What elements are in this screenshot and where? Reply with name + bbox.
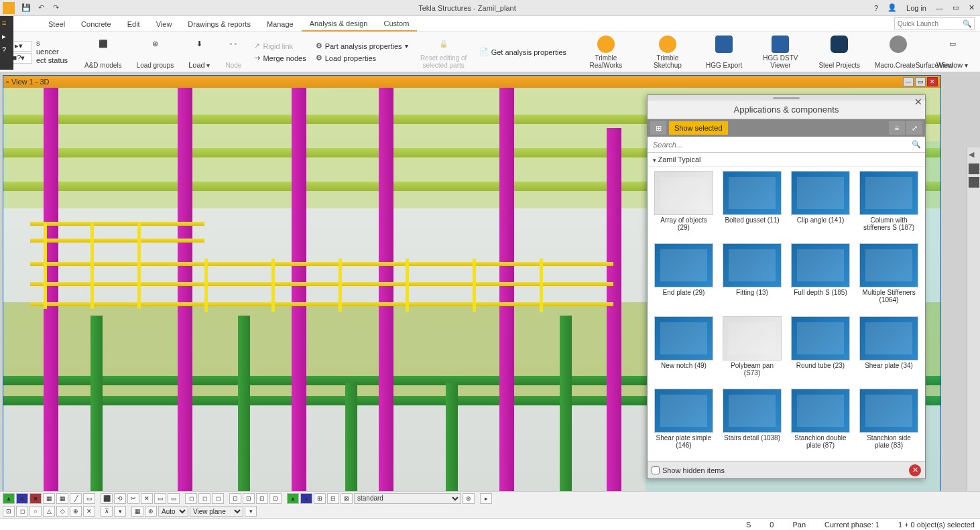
search-icon[interactable]: 🔍 <box>963 19 972 28</box>
component-item[interactable]: Fitting (13) <box>720 243 784 312</box>
tool-icon[interactable]: ◻ <box>185 493 197 504</box>
tool-icon[interactable]: ◻ <box>198 493 210 504</box>
snap-auto-select[interactable]: Auto <box>158 506 188 517</box>
view-title-bar[interactable]: ▫ View 1 - 3D — ▭ ✕ <box>3 76 940 88</box>
part-analysis-button[interactable]: ⚙Part analysis properties ▾ <box>316 41 408 52</box>
menu-icon[interactable]: ≡ <box>2 19 11 28</box>
snap-icon[interactable]: ▾ <box>114 506 126 517</box>
tool-icon[interactable]: ◻ <box>212 493 224 504</box>
snap-icon[interactable]: ⊛ <box>145 506 157 517</box>
group-header[interactable]: Zamil Typical <box>648 153 925 167</box>
tool-icon[interactable]: ▲ <box>300 493 312 504</box>
component-item[interactable]: Multiple Stiffeners (1064) <box>857 243 921 312</box>
component-item[interactable]: Bolted gusset (11) <box>720 171 784 239</box>
show-hidden-checkbox[interactable] <box>652 466 660 474</box>
collapse-icon[interactable]: ⤢ <box>906 121 922 135</box>
snap-icon[interactable]: ⊡ <box>3 506 15 517</box>
hgg-export-button[interactable]: HGG Export <box>699 34 749 70</box>
component-item[interactable]: End plate (29) <box>652 243 716 312</box>
snap-icon[interactable]: ◇ <box>56 506 68 517</box>
snap-icon[interactable]: ▦ <box>131 506 143 517</box>
tool-icon[interactable]: ▭ <box>154 493 166 504</box>
tool-icon[interactable]: ⊠ <box>341 493 353 504</box>
tool-icon[interactable]: ⊡ <box>229 493 241 504</box>
snap-icon[interactable]: ◻ <box>16 506 28 517</box>
tool-icon[interactable]: ⟲ <box>114 493 126 504</box>
minimize-icon[interactable]: — <box>933 3 946 13</box>
tab-edit[interactable]: Edit <box>119 17 148 31</box>
minimize-view-icon[interactable]: — <box>903 77 914 86</box>
merge-nodes-button[interactable]: ⇢Merge nodes <box>254 53 306 64</box>
cursor-tool-icon[interactable]: ▸ <box>480 493 492 504</box>
macro-surface-button[interactable]: Macro.CreateSurfaceView <box>868 34 928 70</box>
load-button[interactable]: ⬇ Load ▾ <box>182 34 217 70</box>
tool-icon[interactable]: ▲ <box>287 493 299 504</box>
snap-icon[interactable]: ✕ <box>83 506 95 517</box>
search-icon[interactable]: 🔍 <box>912 140 921 149</box>
undo-icon[interactable]: ↶ <box>36 3 46 13</box>
tool-icon[interactable]: ╱ <box>70 493 82 504</box>
component-item[interactable]: Full depth S (185) <box>788 243 853 312</box>
tool-icon[interactable]: ⬛ <box>101 493 113 504</box>
tab-drawings[interactable]: Drawings & reports <box>180 17 259 31</box>
snap-icon[interactable]: ▾ <box>245 506 257 517</box>
save-icon[interactable]: 💾 <box>21 3 32 13</box>
tool-icon[interactable]: ⊛ <box>463 493 475 504</box>
tool-icon[interactable]: ⊡ <box>243 493 255 504</box>
load-properties-button[interactable]: ⚙Load properties <box>316 53 408 64</box>
steel-projects-button[interactable]: Steel Projects <box>812 34 867 70</box>
grid-view-icon[interactable]: ⊞ <box>650 121 666 135</box>
help-icon[interactable]: ? <box>871 3 881 13</box>
maximize-view-icon[interactable]: ▭ <box>915 77 926 86</box>
snap-icon[interactable]: △ <box>43 506 55 517</box>
panel-grip[interactable] <box>648 95 925 101</box>
snap-icon[interactable]: ⊕ <box>70 506 82 517</box>
tool-icon[interactable]: ✕ <box>141 493 153 504</box>
restore-icon[interactable]: ▭ <box>950 2 962 13</box>
component-item[interactable]: Shear plate simple (146) <box>652 389 716 457</box>
filter-select[interactable]: standard <box>354 493 461 504</box>
ad-models-button[interactable]: ⬛ A&D models <box>78 34 129 70</box>
filter-icon[interactable]: ■ <box>29 493 42 504</box>
tab-steel[interactable]: Steel <box>40 17 73 31</box>
footer-close-icon[interactable]: ✕ <box>909 464 921 476</box>
trimble-sketchup-button[interactable]: Trimble Sketchup <box>637 34 698 70</box>
load-groups-button[interactable]: ⊛ Load groups <box>130 34 181 70</box>
trimble-realworks-button[interactable]: Trimble RealWorks <box>576 34 636 70</box>
list-view-icon[interactable]: ≡ <box>889 121 905 135</box>
tool-icon[interactable]: ▭ <box>83 493 95 504</box>
tab-manage[interactable]: Manage <box>259 17 302 31</box>
component-item[interactable]: Stanchion side plate (83) <box>857 389 921 457</box>
close-icon[interactable]: ✕ <box>966 2 977 13</box>
tool-icon[interactable]: ▦ <box>43 493 55 504</box>
tab-view[interactable]: View <box>148 17 180 31</box>
tool-icon[interactable]: ✂ <box>127 493 139 504</box>
component-item[interactable]: Clip angle (141) <box>788 171 853 239</box>
hgg-dstv-button[interactable]: HGG DSTV Viewer <box>750 34 810 70</box>
filter-icon[interactable]: ▲ <box>3 493 15 504</box>
component-item[interactable]: Column with stiffeners S (187) <box>857 171 921 239</box>
tool-icon[interactable]: ⊡ <box>269 493 282 504</box>
redo-icon[interactable]: ↷ <box>50 3 61 13</box>
cursor-icon[interactable]: ▸ <box>2 32 11 42</box>
tab-custom[interactable]: Custom <box>375 17 417 31</box>
show-selected-button[interactable]: Show selected <box>669 121 728 135</box>
get-analysis-button[interactable]: 📄Get analysis properties <box>479 47 567 58</box>
snap-plane-select[interactable]: View plane <box>190 506 243 517</box>
tool-icon[interactable]: ⊞ <box>314 493 326 504</box>
user-icon[interactable]: 👤 <box>885 2 900 13</box>
tab-concrete[interactable]: Concrete <box>73 17 119 31</box>
tab-analysis[interactable]: Analysis & design <box>302 17 376 31</box>
window-button[interactable]: ▭Window ▾ <box>930 34 975 70</box>
component-item[interactable]: Polybeam pan (S73) <box>720 316 784 385</box>
component-search-input[interactable] <box>648 137 925 152</box>
component-item[interactable]: New notch (49) <box>652 316 716 385</box>
snap-icon[interactable]: ○ <box>29 506 42 517</box>
component-item[interactable]: Array of objects (29) <box>652 171 716 239</box>
component-item[interactable]: Stanchion double plate (87) <box>788 389 853 457</box>
close-view-icon[interactable]: ✕ <box>927 77 938 86</box>
component-item[interactable]: Shear plate (34) <box>857 316 921 385</box>
tool-icon[interactable]: ▦ <box>56 493 68 504</box>
expand-icon[interactable]: ◀ <box>969 150 979 161</box>
filter-icon[interactable]: ■ <box>16 493 28 504</box>
